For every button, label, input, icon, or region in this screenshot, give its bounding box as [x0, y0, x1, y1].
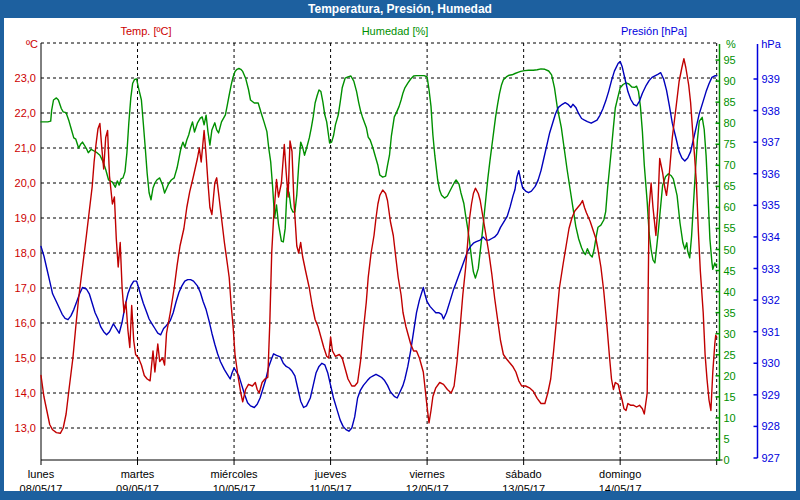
day-date-label: 10/05/17 — [213, 483, 256, 491]
day-date-label: 11/05/17 — [310, 483, 352, 491]
pressure-tick-label: 933 — [762, 263, 780, 275]
humidity-tick-label: 5 — [724, 433, 730, 445]
humidity-tick-label: 90 — [724, 75, 736, 87]
humidity-axis-unit: % — [718, 38, 744, 50]
pressure-tick-label: 934 — [762, 231, 780, 243]
pressure-tick-label: 929 — [762, 389, 780, 401]
humidity-tick-label: 55 — [724, 222, 736, 234]
pressure-tick-label: 930 — [762, 357, 780, 369]
humidity-tick-label: 15 — [724, 391, 736, 403]
day-date-label: 12/05/17 — [406, 483, 449, 491]
day-date-label: 09/05/17 — [116, 483, 159, 491]
humidity-tick-label: 60 — [724, 201, 736, 213]
humidity-tick-label: 10 — [724, 412, 736, 424]
pressure-tick-label: 939 — [762, 73, 780, 85]
pressure-tick-label: 927 — [762, 452, 780, 464]
day-name-label: viernes — [409, 468, 445, 480]
day-name-label: miércoles — [211, 468, 259, 480]
legend-pressure: Presión [hPa] — [621, 25, 687, 37]
chart-svg: 23,022,021,020,019,018,017,016,015,014,0… — [4, 18, 796, 491]
temp-tick-label: 15,0 — [15, 352, 36, 364]
chart-panel: Temp. [ºC] Humedad [%] Presión [hPa] ºC … — [4, 18, 796, 491]
temp-tick-label: 14,0 — [15, 387, 36, 399]
humidity-tick-label: 35 — [724, 307, 736, 319]
temp-tick-label: 13,0 — [15, 422, 36, 434]
humidity-line — [41, 69, 717, 279]
temp-tick-label: 17,0 — [15, 282, 36, 294]
humidity-tick-label: 65 — [724, 180, 736, 192]
day-name-label: martes — [121, 468, 155, 480]
pressure-tick-label: 937 — [762, 136, 780, 148]
app-window: Temperatura, Presión, Humedad Temp. [ºC]… — [0, 0, 800, 500]
temp-tick-label: 18,0 — [15, 247, 36, 259]
humidity-tick-label: 75 — [724, 138, 736, 150]
day-name-label: lunes — [28, 468, 55, 480]
pressure-axis-unit: hPa — [754, 38, 788, 50]
temp-tick-label: 23,0 — [15, 72, 36, 84]
pressure-tick-label: 928 — [762, 420, 780, 432]
humidity-tick-label: 45 — [724, 265, 736, 277]
legend-humidity: Humedad [%] — [362, 25, 429, 37]
temp-tick-label: 20,0 — [15, 177, 36, 189]
temp-tick-label: 16,0 — [15, 317, 36, 329]
pressure-tick-label: 931 — [762, 326, 780, 338]
humidity-tick-label: 50 — [724, 244, 736, 256]
humidity-tick-label: 80 — [724, 117, 736, 129]
pressure-tick-label: 936 — [762, 168, 780, 180]
humidity-tick-label: 30 — [724, 328, 736, 340]
temp-axis-unit: ºC — [4, 38, 38, 50]
temp-tick-label: 19,0 — [15, 212, 36, 224]
day-date-label: 14/05/17 — [599, 483, 642, 491]
day-date-label: 13/05/17 — [502, 483, 545, 491]
title-bar[interactable]: Temperatura, Presión, Humedad — [0, 0, 800, 18]
day-name-label: domingo — [599, 468, 641, 480]
humidity-tick-label: 70 — [724, 159, 736, 171]
temp-tick-label: 21,0 — [15, 142, 36, 154]
day-date-label: 08/05/17 — [20, 483, 63, 491]
humidity-tick-label: 85 — [724, 96, 736, 108]
pressure-tick-label: 932 — [762, 294, 780, 306]
day-name-label: sábado — [506, 468, 542, 480]
humidity-tick-label: 95 — [724, 54, 736, 66]
pressure-tick-label: 935 — [762, 199, 780, 211]
day-name-label: jueves — [314, 468, 347, 480]
pressure-tick-label: 938 — [762, 105, 780, 117]
humidity-tick-label: 20 — [724, 370, 736, 382]
humidity-tick-label: 25 — [724, 349, 736, 361]
legend-temperature: Temp. [ºC] — [120, 25, 171, 37]
humidity-tick-label: 0 — [724, 454, 730, 466]
temp-tick-label: 22,0 — [15, 107, 36, 119]
window-title: Temperatura, Presión, Humedad — [308, 2, 492, 16]
humidity-tick-label: 40 — [724, 286, 736, 298]
